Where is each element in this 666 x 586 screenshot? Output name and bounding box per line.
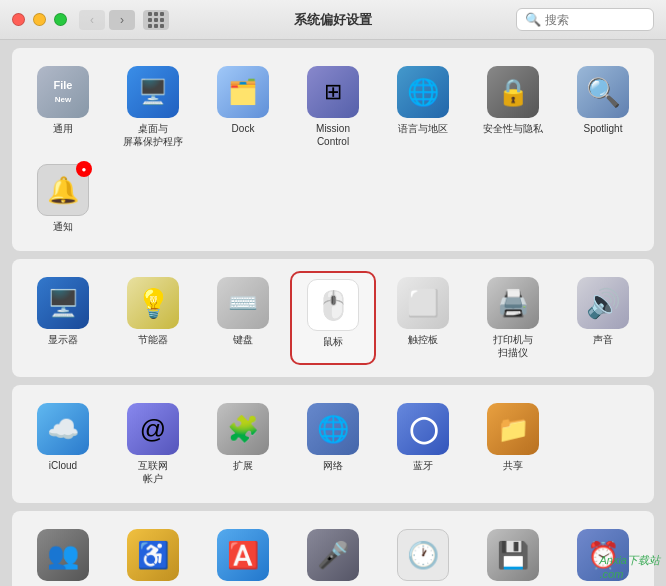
keyboard-label: 键盘 (233, 333, 253, 346)
pref-security[interactable]: 🔒 安全性与隐私 (470, 60, 556, 154)
pref-startup[interactable]: 💾 启动磁盘 (470, 523, 556, 586)
internet-icon: @ (127, 403, 179, 455)
pref-general[interactable]: FileNew 通用 (20, 60, 106, 154)
general-icon: FileNew (37, 66, 89, 118)
pref-dictation[interactable]: 🎤 听写与语音 (290, 523, 376, 586)
dictation-icon: 🎤 (307, 529, 359, 581)
security-icon: 🔒 (487, 66, 539, 118)
pref-dock[interactable]: 🗂️ Dock (200, 60, 286, 154)
pref-users[interactable]: 👥 用户与群组 (20, 523, 106, 586)
language-label: 语言与地区 (398, 122, 448, 135)
keyboard-icon: ⌨️ (217, 277, 269, 329)
sound-label: 声音 (593, 333, 613, 346)
section-system-grid: 👥 用户与群组 ♿ 家长控制 🅰️ App Store (20, 523, 646, 586)
icloud-label: iCloud (49, 459, 77, 472)
pref-trackpad[interactable]: ⬜ 触控板 (380, 271, 466, 365)
printer-icon: 🖨️ (487, 277, 539, 329)
security-label: 安全性与隐私 (483, 122, 543, 135)
pref-bluetooth[interactable]: ◯ 蓝牙 (380, 397, 466, 491)
back-button[interactable]: ‹ (79, 10, 105, 30)
watermark: Anxia下载站.com (599, 553, 660, 580)
icloud-icon: ☁️ (37, 403, 89, 455)
pref-appstore[interactable]: 🅰️ App Store (200, 523, 286, 586)
parental-icon: ♿ (127, 529, 179, 581)
display-icon: 🖥️ (37, 277, 89, 329)
network-label: 网络 (323, 459, 343, 472)
startup-icon: 💾 (487, 529, 539, 581)
internet-label: 互联网帐户 (138, 459, 168, 485)
general-label: 通用 (53, 122, 73, 135)
spotlight-icon: 🔍 (577, 66, 629, 118)
pref-mission[interactable]: ⊞ MissionControl (290, 60, 376, 154)
section-internet: ☁️ iCloud @ 互联网帐户 🧩 扩展 (12, 385, 654, 503)
language-icon: 🌐 (397, 66, 449, 118)
pref-datetime[interactable]: 🕐 日期与时间 (380, 523, 466, 586)
search-box[interactable]: 🔍 (516, 8, 654, 31)
spotlight-label: Spotlight (584, 122, 623, 135)
energy-icon: 💡 (127, 277, 179, 329)
section-hardware: 🖥️ 显示器 💡 节能器 ⌨️ 键盘 (12, 259, 654, 377)
pref-sharing[interactable]: 📁 共享 (470, 397, 556, 491)
pref-sound[interactable]: 🔊 声音 (560, 271, 646, 365)
maximize-button[interactable] (54, 13, 67, 26)
pref-internet[interactable]: @ 互联网帐户 (110, 397, 196, 491)
sharing-icon: 📁 (487, 403, 539, 455)
display-label: 显示器 (48, 333, 78, 346)
nav-buttons: ‹ › (79, 10, 135, 30)
bluetooth-icon: ◯ (397, 403, 449, 455)
extensions-icon: 🧩 (217, 403, 269, 455)
minimize-button[interactable] (33, 13, 46, 26)
desktop-icon: 🖥️ (127, 66, 179, 118)
section-system: 👥 用户与群组 ♿ 家长控制 🅰️ App Store (12, 511, 654, 586)
notification-icon: 🔔 ● (37, 164, 89, 216)
mouse-icon: 🖱️ (307, 279, 359, 331)
pref-spotlight[interactable]: 🔍 Spotlight (560, 60, 646, 154)
window-controls (12, 13, 67, 26)
pref-keyboard[interactable]: ⌨️ 键盘 (200, 271, 286, 365)
forward-button[interactable]: › (109, 10, 135, 30)
section-hardware-grid: 🖥️ 显示器 💡 节能器 ⌨️ 键盘 (20, 271, 646, 365)
section-personal-grid: FileNew 通用 🖥️ 桌面与屏幕保护程序 🗂️ Dock (20, 60, 646, 239)
grid-view-button[interactable] (143, 10, 169, 30)
printer-label: 打印机与扫描仪 (493, 333, 533, 359)
pref-icloud[interactable]: ☁️ iCloud (20, 397, 106, 491)
section-personal: FileNew 通用 🖥️ 桌面与屏幕保护程序 🗂️ Dock (12, 48, 654, 251)
pref-energy[interactable]: 💡 节能器 (110, 271, 196, 365)
users-icon: 👥 (37, 529, 89, 581)
pref-notification[interactable]: 🔔 ● 通知 (20, 158, 106, 239)
energy-label: 节能器 (138, 333, 168, 346)
search-icon: 🔍 (525, 12, 541, 27)
dock-label: Dock (232, 122, 255, 135)
trackpad-icon: ⬜ (397, 277, 449, 329)
sound-icon: 🔊 (577, 277, 629, 329)
pref-language[interactable]: 🌐 语言与地区 (380, 60, 466, 154)
pref-extensions[interactable]: 🧩 扩展 (200, 397, 286, 491)
search-input[interactable] (545, 13, 645, 27)
notification-badge: ● (76, 161, 92, 177)
pref-mouse[interactable]: 🖱️ 鼠标 (290, 271, 376, 365)
mouse-label: 鼠标 (323, 335, 343, 348)
window-title: 系统偏好设置 (294, 11, 372, 29)
titlebar: ‹ › 系统偏好设置 🔍 (0, 0, 666, 40)
dock-icon: 🗂️ (217, 66, 269, 118)
pref-parental[interactable]: ♿ 家长控制 (110, 523, 196, 586)
pref-network[interactable]: 🌐 网络 (290, 397, 376, 491)
pref-desktop[interactable]: 🖥️ 桌面与屏幕保护程序 (110, 60, 196, 154)
sharing-label: 共享 (503, 459, 523, 472)
pref-printer[interactable]: 🖨️ 打印机与扫描仪 (470, 271, 556, 365)
notification-label: 通知 (53, 220, 73, 233)
close-button[interactable] (12, 13, 25, 26)
pref-display[interactable]: 🖥️ 显示器 (20, 271, 106, 365)
extensions-label: 扩展 (233, 459, 253, 472)
section-internet-grid: ☁️ iCloud @ 互联网帐户 🧩 扩展 (20, 397, 646, 491)
appstore-icon: 🅰️ (217, 529, 269, 581)
desktop-label: 桌面与屏幕保护程序 (123, 122, 183, 148)
bluetooth-label: 蓝牙 (413, 459, 433, 472)
network-icon: 🌐 (307, 403, 359, 455)
preferences-content: FileNew 通用 🖥️ 桌面与屏幕保护程序 🗂️ Dock (0, 40, 666, 586)
mission-label: MissionControl (316, 122, 350, 148)
trackpad-label: 触控板 (408, 333, 438, 346)
datetime-icon: 🕐 (397, 529, 449, 581)
mission-icon: ⊞ (307, 66, 359, 118)
